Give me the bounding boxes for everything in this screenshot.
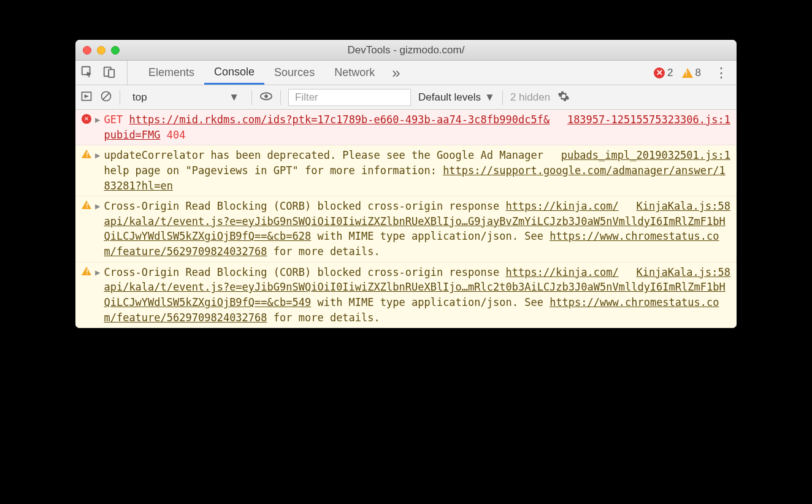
live-expression-icon[interactable] — [259, 90, 273, 105]
expand-arrow-icon[interactable]: ▶ — [95, 113, 100, 126]
filter-placeholder: Filter — [295, 91, 318, 104]
log-text: for more details. — [267, 245, 380, 258]
console-error-entry[interactable]: ✕ ▶ 183957-12515575323306.js:1 GET https… — [75, 110, 737, 145]
maximize-button[interactable] — [111, 46, 120, 55]
log-text: with MIME type application/json. See — [311, 230, 550, 242]
dropdown-arrow-icon: ▼ — [485, 91, 495, 104]
filter-input[interactable]: Filter — [288, 89, 411, 106]
close-button[interactable] — [83, 46, 91, 55]
inspect-icon[interactable] — [80, 65, 94, 81]
warning-icon — [82, 267, 91, 275]
error-icon: ✕ — [654, 67, 665, 78]
filter-row: top ▼ Filter Default levels ▼ 2 hidden — [75, 85, 737, 110]
tabs-right: ✕ 2 8 ⋮ — [654, 65, 732, 81]
devtools-window: DevTools - gizmodo.com/ Elements Console… — [75, 40, 737, 328]
console-warning-entry[interactable]: ▶ pubads_impl_2019032501.js:1 updateCorr… — [75, 145, 737, 196]
level-selector[interactable]: Default levels ▼ — [418, 91, 495, 104]
separator — [120, 90, 120, 105]
error-count: 2 — [667, 67, 673, 79]
context-value: top — [132, 91, 147, 104]
gear-icon[interactable] — [557, 90, 570, 105]
log-text: Cross-Origin Read Blocking (CORB) blocke… — [104, 200, 505, 212]
log-text: for more details. — [267, 311, 380, 324]
log-text: Cross-Origin Read Blocking (CORB) blocke… — [104, 266, 505, 278]
separator — [280, 90, 281, 105]
warning-icon — [82, 150, 91, 158]
hidden-messages-count[interactable]: 2 hidden — [510, 91, 550, 104]
log-body: 183957-12515575323306.js:1 GET https://m… — [104, 112, 730, 142]
http-method: GET — [104, 113, 123, 126]
console-messages: ✕ ▶ 183957-12515575323306.js:1 GET https… — [75, 110, 737, 328]
log-body: KinjaKala.js:58 Cross-Origin Read Blocki… — [104, 265, 730, 326]
log-source-link[interactable]: KinjaKala.js:58 — [636, 265, 730, 280]
context-selector[interactable]: top ▼ — [128, 90, 244, 105]
tab-network[interactable]: Network — [324, 61, 385, 85]
kebab-menu[interactable]: ⋮ — [710, 65, 732, 81]
log-text: with MIME type application/json. See — [311, 296, 550, 308]
separator — [251, 90, 252, 105]
console-warning-entry[interactable]: ▶ KinjaKala.js:58 Cross-Origin Read Bloc… — [75, 196, 737, 262]
svg-point-7 — [264, 94, 268, 98]
log-source-link[interactable]: 183957-12515575323306.js:1 — [567, 112, 730, 128]
traffic-lights — [83, 46, 120, 55]
warning-icon — [682, 68, 693, 78]
status-code: 404 — [167, 129, 186, 141]
dropdown-arrow-icon: ▼ — [229, 91, 239, 104]
titlebar: DevTools - gizmodo.com/ — [75, 40, 737, 61]
svg-line-5 — [102, 93, 110, 100]
tab-console[interactable]: Console — [204, 61, 264, 85]
log-body: pubads_impl_2019032501.js:1 updateCorrel… — [104, 148, 730, 193]
expand-arrow-icon[interactable]: ▶ — [95, 149, 100, 161]
tab-elements[interactable]: Elements — [139, 61, 204, 85]
tab-sources[interactable]: Sources — [264, 61, 324, 85]
warning-count-badge[interactable]: 8 — [682, 67, 701, 79]
svg-rect-2 — [109, 69, 114, 77]
error-count-badge[interactable]: ✕ 2 — [654, 67, 673, 79]
tabs-nav: Elements Console Sources Network » — [139, 61, 654, 85]
console-warning-entry[interactable]: ▶ KinjaKala.js:58 Cross-Origin Read Bloc… — [75, 262, 737, 329]
more-tabs-button[interactable]: » — [385, 64, 407, 82]
tabs-row: Elements Console Sources Network » ✕ 2 8… — [75, 61, 737, 85]
device-toggle-icon[interactable] — [102, 65, 116, 81]
clear-console-icon[interactable] — [100, 90, 112, 105]
error-icon: ✕ — [82, 114, 91, 124]
toggle-drawer-icon[interactable] — [80, 90, 93, 105]
level-label: Default levels — [418, 91, 481, 104]
window-title: DevTools - gizmodo.com/ — [83, 44, 729, 56]
minimize-button[interactable] — [97, 46, 105, 55]
log-body: KinjaKala.js:58 Cross-Origin Read Blocki… — [104, 199, 730, 259]
log-source-link[interactable]: pubads_impl_2019032501.js:1 — [561, 148, 730, 163]
warning-count: 8 — [695, 67, 701, 79]
tabs-left-tools — [80, 61, 128, 85]
warning-icon — [82, 200, 91, 209]
log-source-link[interactable]: KinjaKala.js:58 — [636, 199, 730, 214]
separator — [502, 90, 503, 105]
expand-arrow-icon[interactable]: ▶ — [95, 266, 100, 278]
expand-arrow-icon[interactable]: ▶ — [95, 200, 100, 212]
